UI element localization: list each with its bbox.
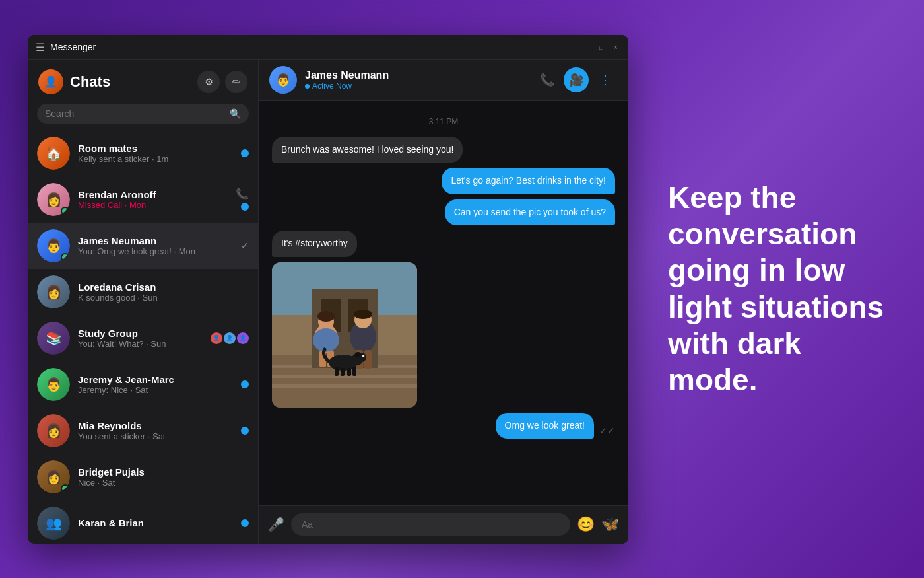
hamburger-icon[interactable]: ☰ [36,41,45,54]
chat-info-roommates: Room mates Kelly sent a sticker · 1m [78,143,233,164]
sidebar-header: 👤 Chats ⚙ ✏ [28,60,258,101]
message-row-m1: Brunch was awesome! I loved seeing you! [272,137,615,163]
call-icon-brendan: 📞 [236,188,249,200]
svg-point-17 [354,310,372,319]
svg-rect-26 [335,367,339,376]
chat-meta-brendan: 📞 [236,188,249,211]
chat-header-actions: 📞 🎥 ⋮ [535,67,618,92]
sidebar-title: Chats [70,73,191,90]
chat-info-brendan: Brendan Aronoff Missed Call · Mon [78,189,228,210]
chat-item-study[interactable]: 📚 Study Group You: Wait! What? · Sun 👤 👤… [28,315,258,361]
messages-area: 3:11 PM Brunch was awesome! I loved seei… [259,101,628,505]
avatar-james: 👨 [37,229,70,262]
search-box: 🔍 [37,104,249,124]
app-window: ☰ Messenger – □ × 👤 Chats ⚙ ✏ 🔍 [28,35,628,544]
unread-dot-brendan [241,203,249,211]
chat-header: 👨 James Neumann Active Now 📞 🎥 ⋮ [259,60,628,101]
avatar-bridget: 👩 [37,460,70,493]
chat-name-jeremy: Jeremy & Jean-Marc [78,374,233,385]
chat-header-status: Active Now [305,81,527,90]
sent-check-m6: ✓✓ [599,425,615,436]
chat-input-area: 🎤 😊 🦋 [259,505,628,544]
chat-item-karan[interactable]: 👥 Karan & Brian [28,500,258,544]
message-row-m3: Can you send the pic you took of us? [272,199,615,226]
chat-name-james: James Neumann [78,235,233,246]
chat-preview-brendan: Missed Call · Mon [78,200,228,210]
chat-info-study: Study Group You: Wait! What? · Sun [78,328,203,349]
chat-item-james[interactable]: 👨 James Neumann You: Omg we look great! … [28,223,258,269]
title-bar-left: ☰ Messenger [36,41,96,54]
svg-point-24 [364,355,365,357]
message-input[interactable] [291,513,570,536]
chat-info-bridget: Bridget Pujals Nice · Sat [78,466,249,488]
chat-preview-bridget: Nice · Sat [78,478,249,488]
online-dot-bridget [61,484,69,493]
svg-rect-28 [347,368,351,376]
chat-header-info: James Neumann Active Now [305,69,527,90]
app-title: Messenger [50,42,96,52]
chat-meta-study: 👤 👤 👤 [211,332,249,344]
chat-item-mia[interactable]: 👩 Mia Reynolds You sent a sticker · Sat [28,408,258,454]
chat-info-james: James Neumann You: Omg we look great! · … [78,235,233,256]
search-input[interactable] [45,108,224,119]
chat-item-loredana[interactable]: 👩 Loredana Crisan K sounds good · Sun [28,269,258,315]
compose-button[interactable]: ✏ [225,71,248,93]
chat-name-karan: Karan & Brian [78,517,233,528]
chat-info-mia: Mia Reynolds You sent a sticker · Sat [78,420,233,441]
group-avatars-study: 👤 👤 👤 [211,332,249,344]
chat-name-loredana: Loredana Crisan [78,281,249,293]
time-divider: 3:11 PM [272,117,615,126]
minimize-button[interactable]: – [582,42,591,52]
message-bubble-m1: Brunch was awesome! I loved seeing you! [272,137,463,163]
unread-dot-jeremy [241,380,249,388]
message-row-m2: Let's go again? Best drinks in the city! [272,168,615,194]
chat-preview-james: You: Omg we look great! · Mon [78,246,233,256]
user-avatar[interactable]: 👤 [38,69,63,94]
chat-name-bridget: Bridget Pujals [78,466,249,478]
butterfly-button[interactable]: 🦋 [601,516,619,533]
chat-meta-james: ✓ [241,240,249,251]
header-icons: ⚙ ✏ [197,71,248,93]
chat-item-bridget[interactable]: 👩 Bridget Pujals Nice · Sat [28,454,258,500]
online-dot-brendan [61,207,69,215]
chat-preview-mia: You sent a sticker · Sat [78,431,233,441]
unread-dot-roommates [241,149,249,157]
more-options-button[interactable]: ⋮ [593,67,618,92]
emoji-button[interactable]: 😊 [577,516,595,533]
maximize-button[interactable]: □ [597,42,606,52]
avatar-study: 📚 [37,322,70,355]
chat-item-jeremy[interactable]: 👨 Jeremy & Jean-Marc Jeremy: Nice · Sat [28,361,258,408]
avatar-mia: 👩 [37,414,70,447]
svg-rect-27 [341,368,345,376]
voice-call-button[interactable]: 📞 [535,67,560,92]
message-bubble-m3: Can you send the pic you took of us? [445,199,615,226]
promo-heading: Keep the conversation going in low light… [668,180,884,398]
message-bubble-m2: Let's go again? Best drinks in the city! [442,168,615,194]
video-call-button[interactable]: 🎥 [564,67,589,92]
chat-name-mia: Mia Reynolds [78,420,233,431]
avatar-jeremy: 👨 [37,368,70,401]
title-bar-controls: – □ × [582,42,620,52]
unread-dot-karan [241,519,249,527]
close-button[interactable]: × [611,42,620,52]
chat-preview-study: You: Wait! What? · Sun [78,339,203,349]
svg-rect-5 [272,384,417,388]
chat-item-roommates[interactable]: 🏠 Room mates Kelly sent a sticker · 1m [28,130,258,176]
chat-meta-jeremy [241,380,249,388]
settings-button[interactable]: ⚙ [197,71,220,93]
chat-preview-jeremy: Jeremy: Nice · Sat [78,385,233,395]
chat-item-brendan[interactable]: 👩 Brendan Aronoff Missed Call · Mon 📞 [28,176,258,223]
message-row-m6: Omg we look great! ✓✓ [272,413,615,439]
chat-header-avatar: 👨 [269,66,297,94]
check-icon-james: ✓ [241,240,249,251]
sidebar: 👤 Chats ⚙ ✏ 🔍 🏠 Room mates [28,60,259,544]
chat-info-jeremy: Jeremy & Jean-Marc Jeremy: Nice · Sat [78,374,233,395]
chat-preview-loredana: K sounds good · Sun [78,293,249,303]
chat-name-brendan: Brendan Aronoff [78,189,228,200]
chat-name-roommates: Room mates [78,143,233,154]
svg-point-11 [317,311,335,322]
message-bubble-m6: Omg we look great! [496,413,594,439]
message-bubble-m4: It's #storyworthy [272,231,357,257]
search-icon: 🔍 [230,108,241,119]
microphone-icon[interactable]: 🎤 [268,517,284,532]
